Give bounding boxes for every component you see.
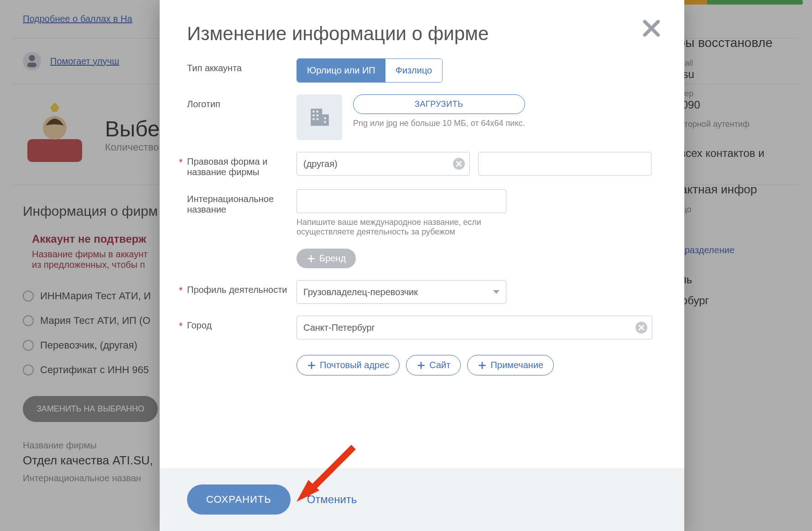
svg-rect-12 [324, 117, 326, 119]
plus-icon [416, 361, 426, 370]
add-postal-address-button[interactable]: Почтовый адрес [297, 355, 400, 375]
close-icon [641, 18, 661, 38]
add-brand-button[interactable]: Бренд [297, 249, 356, 268]
svg-rect-6 [312, 110, 314, 112]
upload-hint: Png или jpg не больше 10 МБ, от 64х64 пи… [353, 119, 525, 128]
logo-placeholder[interactable] [297, 94, 342, 140]
intl-name-hint: Напишите ваше международное название, ес… [297, 218, 506, 237]
account-type-legal[interactable]: Юрлицо или ИП [297, 59, 385, 82]
modal-title: Изменение информации о фирме [187, 23, 657, 45]
label-city: Город [187, 316, 297, 331]
company-name-input[interactable] [478, 152, 651, 176]
legal-form-value: (другая) [303, 159, 338, 169]
svg-rect-10 [312, 118, 314, 120]
edit-firm-modal: Изменение информации о фирме Тип аккаунт… [160, 0, 684, 531]
add-website-button[interactable]: Сайт [406, 355, 461, 375]
svg-rect-5 [322, 115, 329, 126]
clear-icon [456, 161, 462, 167]
close-button[interactable] [641, 18, 661, 40]
chevron-down-icon [493, 290, 500, 294]
upload-logo-button[interactable]: ЗАГРУЗИТЬ [353, 94, 525, 114]
svg-rect-11 [317, 118, 318, 120]
clear-city-button[interactable] [635, 322, 647, 333]
label-activity-profile: Профиль деятельности [187, 280, 297, 295]
clear-icon [638, 324, 645, 331]
add-note-button[interactable]: Примечание [467, 355, 554, 375]
building-icon [308, 106, 331, 129]
account-type-individual[interactable]: Физлицо [385, 59, 442, 82]
svg-rect-9 [317, 115, 318, 116]
activity-profile-select[interactable]: Грузовладелец-перевозчик [297, 280, 506, 304]
svg-rect-8 [312, 115, 314, 116]
label-account-type: Тип аккаунта [187, 58, 297, 73]
city-input[interactable]: Санкт-Петербург [297, 316, 652, 339]
plus-icon [307, 254, 316, 263]
save-button[interactable]: СОХРАНИТЬ [187, 484, 291, 515]
label-legal-form: Правовая форма и название фирмы [187, 152, 297, 177]
cancel-button[interactable]: Отменить [307, 493, 357, 506]
clear-legal-form-button[interactable] [453, 158, 465, 170]
plus-icon [307, 361, 316, 370]
legal-form-input[interactable]: (другая) [297, 152, 470, 176]
label-logo: Логотип [187, 94, 297, 109]
plus-icon [478, 361, 487, 370]
label-intl-name: Интернациональное название [187, 189, 297, 215]
account-type-toggle: Юрлицо или ИП Физлицо [297, 58, 442, 83]
svg-rect-13 [324, 121, 326, 123]
activity-profile-value: Грузовладелец-перевозчик [303, 287, 418, 297]
svg-rect-7 [317, 110, 318, 112]
intl-name-input[interactable] [297, 189, 506, 213]
city-value: Санкт-Петербург [303, 323, 375, 333]
